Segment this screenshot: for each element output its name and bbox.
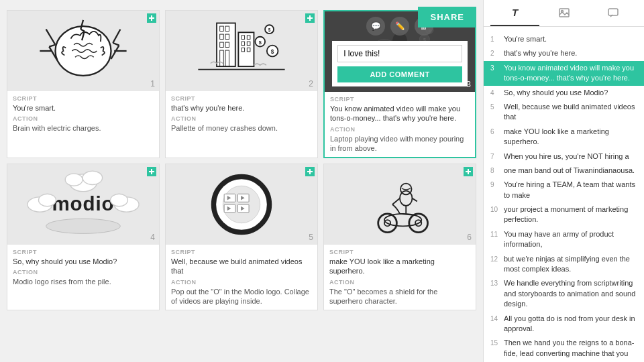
edit-icon[interactable]: ✏️ [390,17,409,36]
card-content-5: SCRIPT Well, because we build animated v… [166,245,317,310]
card-script-text-3: You know animated video will make you to… [330,104,470,123]
card-add-btn-5[interactable] [305,167,315,176]
card-script-label-2: SCRIPT [171,95,312,102]
script-list: 1You're smart.2that's why you're here.3Y… [484,27,644,362]
script-item-3[interactable]: 3You know animated video will make you t… [484,61,644,86]
script-item-2[interactable]: 2that's why you're here. [484,46,644,60]
card-number-4: 4 [150,233,155,242]
card-script-text-2: that's why you're here. [171,103,312,113]
script-item-4[interactable]: 4So, why should you use Modio? [484,86,644,100]
script-item-9[interactable]: 9You're hiring a TEAM, A team that wants… [484,178,644,202]
svg-rect-78 [608,9,618,15]
tab-text[interactable]: T [490,0,539,26]
card-action-text-1: Brain with electric charges. [13,123,154,133]
script-item-12[interactable]: 12but we're ninjas at simplifying even t… [484,252,644,277]
card-action-label-6: ACTION [329,279,470,286]
script-item-num-12: 12 [490,254,504,264]
share-button[interactable]: SHARE [418,7,476,27]
svg-line-6 [111,46,119,59]
card-script-label-5: SCRIPT [171,249,312,255]
card-action-text-4: Modio logo rises from the pile. [13,277,154,286]
svg-point-53 [83,171,103,184]
script-item-text-15: Then we hand you the reigns to a bona-fi… [504,338,637,362]
card-add-btn-6[interactable] [464,167,473,176]
card-script-text-1: You're smart. [13,103,154,113]
card-image-4: modio 4 [7,164,159,245]
script-item-13[interactable]: 13We handle everything from scriptwritin… [484,276,644,311]
card-number-1: 1 [150,79,155,88]
card-action-text-2: Pallette of money crashes down. [171,123,312,133]
script-item-num-5: 5 [490,102,504,112]
card-add-btn-4[interactable] [147,167,156,176]
script-item-6[interactable]: 6make YOU look like a marketing superher… [484,125,644,149]
svg-rect-12 [217,23,235,66]
image-tab-icon [559,7,570,18]
script-item-14[interactable]: 14All you gotta do is nod from your desk… [484,312,644,337]
script-item-text-13: We handle everything from scriptwriting … [504,278,637,309]
add-comment-button[interactable]: ADD COMMENT [337,66,462,82]
card-add-btn-2[interactable] [305,13,315,23]
tab-comment[interactable] [588,0,637,26]
main-storyboard-area: SHARE [0,0,483,362]
script-item-num-4: 4 [490,88,504,98]
script-item-text-5: Well, because we build animated videos t… [504,102,637,123]
card-image-1: 1 [7,11,159,91]
card-action-label-4: ACTION [13,269,154,276]
card-script-label-3: SCRIPT [330,96,470,103]
comment-box: ADD COMMENT [332,41,468,86]
svg-point-48 [39,194,56,206]
card-number-5: 5 [309,233,313,242]
script-item-1[interactable]: 1You're smart. [484,32,644,46]
svg-line-5 [113,43,119,46]
svg-line-2 [49,45,55,47]
card-number-3: 3 [466,80,471,89]
card-content-3: SCRIPT You know animated video will make… [325,92,475,157]
script-item-11[interactable]: 11You may have an army of product inform… [484,227,644,252]
card-image-6: 6 [324,164,476,245]
card-image-2: $ $ $ 2 [166,11,317,91]
script-item-text-14: All you gotta do is nod from your desk i… [504,314,637,335]
comment-input[interactable] [337,45,462,62]
script-item-15[interactable]: 15Then we hand you the reigns to a bona-… [484,336,644,362]
card-action-label-3: ACTION [330,126,470,133]
script-item-num-11: 11 [490,229,504,239]
storyboard-grid: 1 SCRIPT You're smart. ACTION Brain with… [7,7,476,310]
script-item-num-15: 15 [490,338,504,348]
script-item-num-10: 10 [490,204,504,215]
storyboard-card-4: modio 4 SCRIPT So, why should you [7,164,160,310]
script-item-num-6: 6 [490,127,504,137]
card-script-label-1: SCRIPT [13,95,154,102]
script-item-7[interactable]: 7When you hire us, you're NOT hiring a [484,149,644,164]
script-item-text-7: When you hire us, you're NOT hiring a [504,152,637,162]
script-item-text-4: So, why should you use Modio? [504,88,637,98]
script-item-text-3: You know animated video will make you to… [504,63,637,84]
card-script-text-6: make YOU look like a marketing superhero… [329,257,470,276]
svg-text:$: $ [259,40,262,46]
svg-point-54 [46,219,121,233]
card-action-text-5: Pop out the "O" in the Modio logo. Colla… [171,287,312,306]
card-add-btn-1[interactable] [147,13,156,23]
script-item-num-13: 13 [490,278,504,288]
tab-image[interactable] [539,0,588,26]
storyboard-card-1: 1 SCRIPT You're smart. ACTION Brain with… [7,10,160,158]
card-action-label-2: ACTION [171,115,312,122]
svg-text:modio: modio [52,192,114,215]
card-script-label-6: SCRIPT [329,249,470,255]
chat-icon[interactable]: 💬 [366,17,385,36]
script-item-text-8: one man band out of Tiwanindianaousa. [504,166,637,176]
svg-point-50 [111,194,128,206]
card-action-label-1: ACTION [13,115,154,122]
card-script-text-4: So, why should you use Modio? [13,257,154,266]
card-image-5: 5 [166,164,317,245]
script-item-5[interactable]: 5Well, because we build animated videos … [484,100,644,125]
script-item-num-2: 2 [490,48,504,58]
script-item-text-11: You may have an army of product informat… [504,229,637,250]
script-item-num-9: 9 [490,180,504,190]
svg-rect-21 [238,32,254,66]
script-item-8[interactable]: 8one man band out of Tiwanindianaousa. [484,164,644,178]
svg-line-1 [46,29,56,45]
svg-line-4 [113,29,120,43]
script-item-num-8: 8 [490,166,504,176]
script-item-num-7: 7 [490,152,504,162]
script-item-10[interactable]: 10your project a monument of marketing p… [484,202,644,227]
